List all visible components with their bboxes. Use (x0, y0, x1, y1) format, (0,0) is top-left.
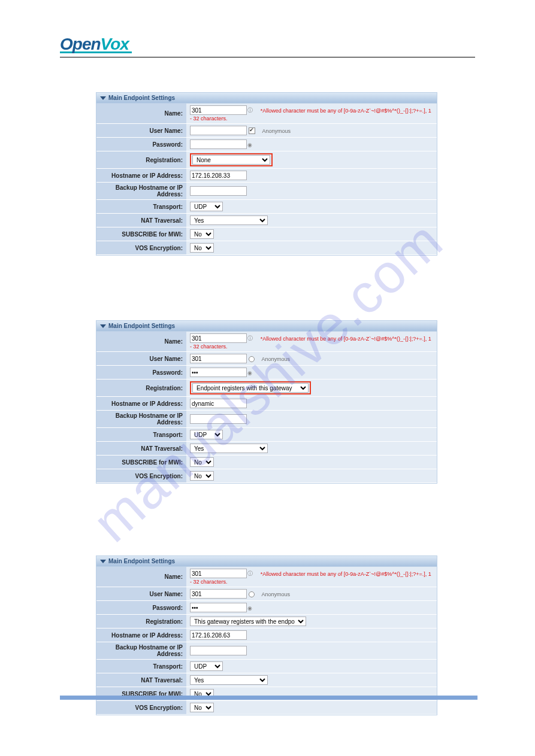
show-password-icon[interactable]: ◉ (247, 370, 252, 376)
mwi-select[interactable]: No (190, 229, 214, 239)
label-registration: Registration: (96, 615, 186, 629)
label-password: Password: (96, 138, 186, 151)
username-input[interactable] (190, 126, 247, 135)
registration-highlight: None (190, 153, 273, 166)
section-title: Main Endpoint Settings (108, 558, 175, 564)
label-vos: VOS Encryption: (96, 701, 186, 715)
nat-select[interactable]: Yes (190, 675, 268, 685)
anonymous-label: Anonymous (262, 591, 291, 597)
username-input[interactable] (190, 354, 247, 363)
label-password: Password: (96, 601, 186, 615)
section-header[interactable]: Main Endpoint Settings (96, 556, 437, 567)
chevron-down-icon (100, 560, 106, 563)
name-input[interactable] (190, 333, 247, 343)
logo-open: Open (60, 35, 101, 53)
show-password-icon[interactable]: ◉ (247, 142, 252, 148)
brand-logo: OpenVox (60, 35, 475, 53)
endpoint-panel-3: Main Endpoint Settings Name: ⓘ *Allowed … (96, 555, 437, 715)
mwi-select[interactable]: No (190, 457, 214, 467)
nat-select[interactable]: Yes (190, 444, 268, 453)
header-divider (60, 57, 475, 57)
name-input[interactable] (190, 569, 247, 578)
password-input[interactable] (190, 368, 247, 377)
section-header[interactable]: Main Endpoint Settings (96, 321, 437, 332)
label-name: Name: (96, 104, 186, 124)
password-input[interactable] (190, 603, 247, 612)
label-name: Name: (96, 332, 186, 352)
label-username: User Name: (96, 352, 186, 366)
chevron-down-icon (100, 324, 106, 328)
backup-hostname-input[interactable] (190, 646, 247, 655)
registration-select[interactable]: None (192, 155, 270, 165)
label-vos: VOS Encryption: (96, 241, 186, 255)
form-table: Name: ⓘ *Allowed character must be any o… (96, 104, 437, 255)
label-name: Name: (96, 567, 186, 587)
label-registration: Registration: (96, 151, 186, 169)
label-transport: Transport: (96, 428, 186, 442)
label-subscribe-mwi: SUBSCRIBE for MWI: (96, 456, 186, 469)
label-vos: VOS Encryption: (96, 469, 186, 483)
show-password-icon[interactable]: ◉ (247, 605, 252, 611)
form-table: Name: ⓘ *Allowed character must be any o… (96, 567, 437, 715)
chevron-down-icon (100, 96, 106, 100)
label-hostname: Hostname or IP Address: (96, 397, 186, 411)
password-input[interactable] (190, 139, 247, 149)
section-title: Main Endpoint Settings (108, 323, 175, 329)
registration-select[interactable]: Endpoint registers with this gateway (192, 383, 309, 393)
anonymous-radio[interactable] (249, 356, 255, 362)
registration-highlight: Endpoint registers with this gateway (190, 381, 311, 394)
endpoint-panel-2: Main Endpoint Settings Name: ⓘ *Allowed … (96, 320, 437, 484)
label-hostname: Hostname or IP Address: (96, 169, 186, 183)
logo-vox: Vox (101, 35, 129, 53)
section-title: Main Endpoint Settings (108, 95, 175, 101)
footer-bar (60, 696, 477, 700)
anonymous-checkbox[interactable] (249, 127, 255, 134)
label-nat: NAT Traversal: (96, 442, 186, 456)
label-backup-hostname: Backup Hostname or IP Address: (96, 411, 186, 428)
label-transport: Transport: (96, 200, 186, 214)
backup-hostname-input[interactable] (190, 414, 247, 424)
name-input[interactable] (190, 105, 247, 115)
hostname-input[interactable] (190, 399, 247, 408)
label-registration: Registration: (96, 379, 186, 397)
label-username: User Name: (96, 124, 186, 138)
anonymous-radio[interactable] (249, 591, 255, 597)
registration-select[interactable]: This gateway registers with the endpoint (190, 617, 306, 626)
label-backup-hostname: Backup Hostname or IP Address: (96, 183, 186, 200)
label-transport: Transport: (96, 660, 186, 673)
transport-select[interactable]: UDP (190, 202, 223, 211)
transport-select[interactable]: UDP (190, 430, 223, 439)
label-subscribe-mwi: SUBSCRIBE for MWI: (96, 227, 186, 241)
label-hostname: Hostname or IP Address: (96, 629, 186, 642)
vos-select[interactable]: No (190, 471, 214, 481)
label-backup-hostname: Backup Hostname or IP Address: (96, 642, 186, 660)
section-header[interactable]: Main Endpoint Settings (96, 93, 437, 104)
help-icon: ⓘ (247, 107, 253, 114)
label-nat: NAT Traversal: (96, 673, 186, 687)
nat-select[interactable]: Yes (190, 215, 268, 225)
hostname-input[interactable] (190, 171, 247, 180)
label-password: Password: (96, 366, 186, 379)
label-username: User Name: (96, 587, 186, 601)
vos-select[interactable]: No (190, 243, 214, 253)
form-table: Name: ⓘ *Allowed character must be any o… (96, 332, 437, 483)
hostname-input[interactable] (190, 630, 247, 640)
help-icon: ⓘ (247, 570, 253, 578)
endpoint-panel-1: Main Endpoint Settings Name: ⓘ *Allowed … (96, 92, 437, 256)
help-icon: ⓘ (247, 335, 253, 342)
username-input[interactable] (190, 589, 247, 599)
anonymous-label: Anonymous (262, 128, 291, 134)
label-nat: NAT Traversal: (96, 214, 186, 227)
backup-hostname-input[interactable] (190, 186, 247, 196)
transport-select[interactable]: UDP (190, 661, 223, 671)
anonymous-label: Anonymous (262, 356, 291, 362)
vos-select[interactable]: No (190, 703, 214, 712)
